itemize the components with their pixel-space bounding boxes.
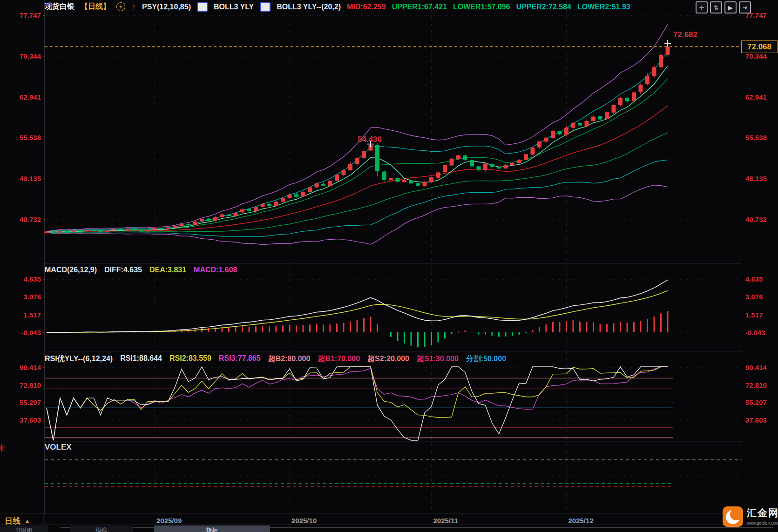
svg-text:55.207: 55.207	[20, 398, 41, 406]
triangle-up-icon: ▲	[24, 518, 30, 525]
playback-icon[interactable]: ▶	[724, 1, 737, 13]
boll-mid-value: MID:62.259	[347, 3, 386, 11]
svg-text:2025/12: 2025/12	[568, 517, 594, 525]
svg-text:-0.043: -0.043	[21, 329, 41, 337]
volex-pane	[45, 460, 742, 487]
tab-timeline[interactable]: 分时图	[0, 525, 48, 532]
crosshair-move-icon[interactable]: ✛	[696, 1, 708, 13]
main-chart-header: 现货白银 【日线】 + ↑ PSY(12,10,85) BOLL3 YLY BO…	[45, 2, 630, 12]
chart-toolbar: ✛ ⇅ ▶ ⇥	[696, 1, 751, 13]
brand-logo[interactable]: 汇金网 www.gold678.com	[723, 506, 778, 527]
svg-text:1.517: 1.517	[745, 311, 763, 319]
rsi-overbought2-value: 超B2:80.000	[268, 354, 311, 364]
swing-high-label: 72.682	[673, 30, 697, 40]
svg-text:55.207: 55.207	[745, 398, 767, 406]
macd-pane	[46, 280, 669, 348]
boll2-indicator-label[interactable]: BOLL3 YLY--(20,2)	[277, 3, 341, 11]
macd-diff-value: DIFF:4.635	[104, 266, 142, 274]
svg-text:2025/11: 2025/11	[433, 517, 458, 525]
period-label: 日线	[5, 516, 20, 526]
boll-upper2-value: UPPER2:72.584	[516, 3, 571, 11]
svg-text:72.810: 72.810	[20, 381, 41, 389]
panel-frame	[0, 0, 778, 528]
last-price-box: 72.068	[741, 40, 778, 53]
svg-text:2025/10: 2025/10	[291, 517, 317, 525]
boll-upper1-value: UPPER1:67.421	[392, 3, 447, 11]
svg-text:40.732: 40.732	[745, 215, 767, 223]
up-arrow-icon: ↑	[131, 3, 136, 11]
macd-label[interactable]: MACD(26,12,9)	[45, 266, 97, 274]
volex-pane-header[interactable]: VOLEX	[45, 443, 72, 452]
boll-lower2-value: LOWER2:51.93	[577, 3, 630, 11]
svg-text:-0.043: -0.043	[745, 329, 765, 337]
svg-text:77.747: 77.747	[20, 11, 41, 19]
svg-text:2025/09: 2025/09	[156, 517, 182, 525]
rsi1-value: RSI1:88.644	[120, 354, 162, 364]
brand-url: www.gold678.com	[747, 521, 778, 525]
period-selector[interactable]: 日线 ▲	[5, 516, 30, 526]
psy-indicator-label[interactable]: PSY(12,10,85)	[142, 3, 191, 11]
rsi-pane-header: RSI优YLY--(6,12,24) RSI1:88.644 RSI2:83.5…	[45, 354, 506, 364]
rsi-overbought1-value: 超B1:70.000	[318, 354, 360, 364]
tab-indicator-selected[interactable]: 指标	[154, 525, 270, 532]
svg-text:72.810: 72.810	[745, 381, 767, 389]
dock-panel-icon[interactable]: ⇥	[739, 1, 751, 13]
indicator-chart-icon[interactable]	[260, 2, 271, 12]
svg-text:90.414: 90.414	[20, 364, 41, 371]
rsi-oversold2-value: 超S2:20.000	[367, 354, 409, 364]
svg-text:62.941: 62.941	[20, 93, 41, 101]
svg-text:37.603: 37.603	[745, 416, 767, 424]
rsi-label[interactable]: RSI优YLY--(6,12,24)	[45, 354, 113, 364]
bottom-tab-strip: 分时图 模拟 指标	[0, 525, 778, 532]
svg-text:4.635: 4.635	[23, 275, 41, 283]
trading-app-window: 77.74777.74770.34470.34462.94162.94155.5…	[0, 0, 778, 532]
svg-text:3.076: 3.076	[23, 293, 41, 301]
svg-text:37.603: 37.603	[20, 416, 41, 424]
candles	[45, 43, 670, 234]
axis-zoom-icon[interactable]: ⇅	[710, 1, 722, 13]
band-lines	[47, 25, 668, 245]
svg-text:55.538: 55.538	[20, 134, 41, 141]
rsi2-value: RSI2:83.559	[169, 354, 211, 364]
macd-dea-value: DEA:3.831	[149, 266, 186, 274]
rsi-oversold1-value: 超S1:30.000	[417, 354, 459, 364]
rsi-pane	[45, 367, 673, 440]
tab-simulate[interactable]: 模拟	[70, 525, 133, 532]
svg-text:48.135: 48.135	[745, 175, 767, 182]
boll-lower1-value: LOWER1:57.096	[453, 3, 510, 11]
svg-text:3.076: 3.076	[745, 293, 763, 301]
brand-name: 汇金网	[747, 506, 778, 519]
svg-text:62.941: 62.941	[745, 93, 767, 101]
svg-text:48.135: 48.135	[20, 175, 41, 182]
brand-logo-icon	[723, 506, 743, 527]
gridlines	[45, 1, 742, 514]
svg-text:4.635: 4.635	[745, 275, 763, 283]
svg-text:1.517: 1.517	[23, 311, 41, 319]
svg-text:70.344: 70.344	[20, 52, 41, 60]
indicator-chart-icon[interactable]	[197, 2, 208, 12]
svg-text:90.414: 90.414	[745, 364, 767, 371]
period-badge[interactable]: 【日线】	[81, 2, 110, 12]
macd-macd-value: MACD:1.608	[194, 266, 237, 274]
alert-badge-icon[interactable]: ✳	[0, 442, 6, 455]
date-axis: 2025/092025/102025/112025/12	[156, 517, 594, 525]
zoom-plus-icon[interactable]: +	[116, 2, 125, 11]
svg-text:55.538: 55.538	[745, 134, 767, 141]
macd-pane-header: MACD(26,12,9) DIFF:4.635 DEA:3.831 MACD:…	[45, 266, 237, 274]
rsi-split-value: 分割:50.000	[466, 354, 506, 364]
boll1-indicator-label[interactable]: BOLL3 YLY	[214, 3, 254, 11]
peak-price-label: 54.436	[358, 135, 382, 144]
svg-text:70.344: 70.344	[745, 52, 767, 60]
rsi3-value: RSI3:77.865	[219, 354, 261, 364]
svg-text:40.732: 40.732	[20, 215, 41, 223]
